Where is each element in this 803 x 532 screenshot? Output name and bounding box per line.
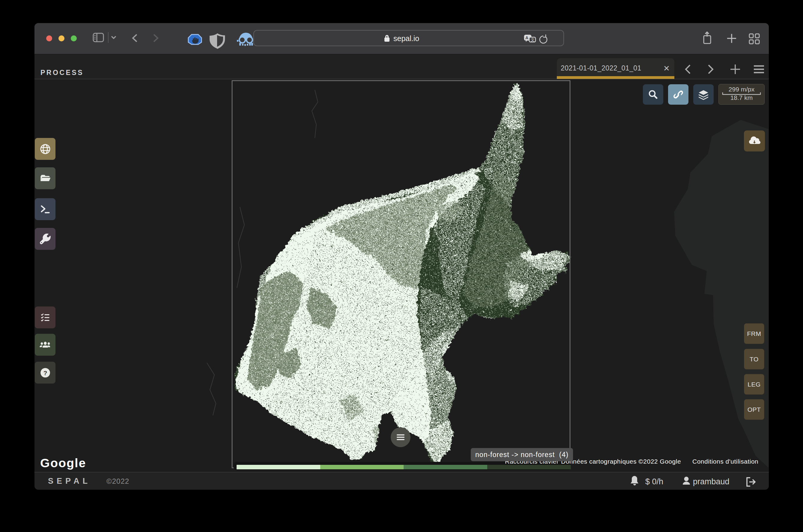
svg-text:sepal.io: sepal.io (394, 34, 419, 43)
svg-text:?: ? (43, 369, 47, 376)
svg-text:A: A (525, 35, 528, 40)
svg-text:prambaud: prambaud (693, 477, 729, 486)
svg-text:文: 文 (531, 37, 535, 42)
svg-text:$ 0/h: $ 0/h (645, 477, 663, 486)
